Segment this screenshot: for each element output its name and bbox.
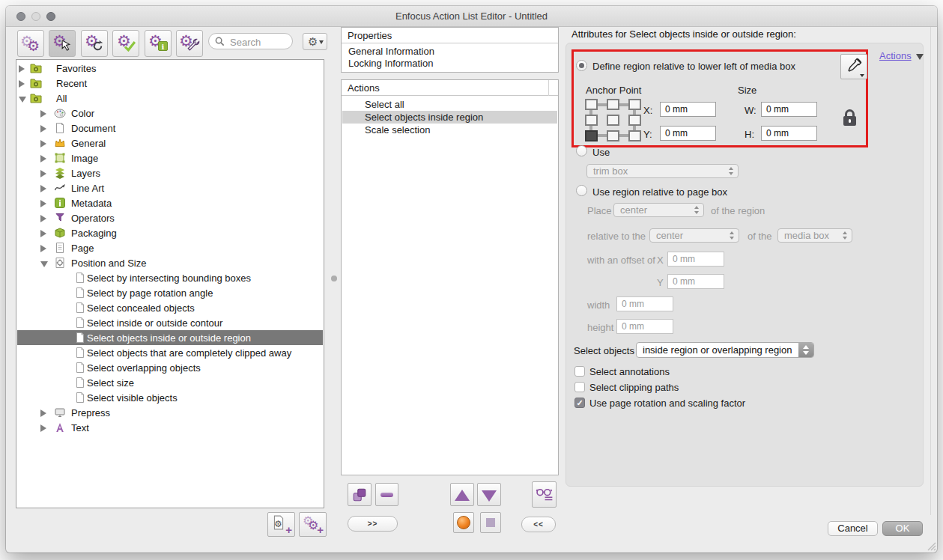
run-back-button[interactable]: << bbox=[521, 517, 556, 532]
disclosure-collapsed-icon[interactable] bbox=[40, 245, 46, 252]
disclosure-collapsed-icon[interactable] bbox=[40, 424, 46, 432]
anchor-point-grid[interactable] bbox=[584, 98, 641, 141]
toolbar-manage-actions-button[interactable]: ⚙ bbox=[176, 30, 203, 57]
radio-page-box[interactable] bbox=[576, 185, 587, 196]
checkbox-use-page-rotation[interactable] bbox=[574, 398, 585, 408]
h-field[interactable]: 0 mm bbox=[761, 126, 817, 141]
disclosure-collapsed-icon[interactable] bbox=[40, 215, 46, 222]
line-art-icon bbox=[54, 182, 66, 194]
checkbox-select-clipping-paths[interactable] bbox=[574, 382, 585, 392]
tree-item[interactable]: Position and Size bbox=[17, 255, 323, 270]
new-action-list-from-doc-button[interactable]: ⚙ + bbox=[267, 512, 295, 537]
tree-item[interactable]: Prepress bbox=[17, 405, 323, 420]
arrow-down-icon bbox=[482, 490, 497, 502]
plus-icon: + bbox=[285, 523, 292, 536]
of-box-dropdown[interactable]: media box bbox=[777, 228, 852, 243]
disclosure-collapsed-icon[interactable] bbox=[40, 170, 46, 177]
preview-action-button[interactable] bbox=[532, 481, 557, 508]
disclosure-collapsed-icon[interactable] bbox=[40, 185, 46, 192]
resize-grip[interactable] bbox=[924, 539, 936, 554]
duplicate-action-button[interactable] bbox=[348, 483, 372, 506]
new-action-group-button[interactable]: ⚙ ⚙ + bbox=[299, 512, 327, 537]
y-field[interactable]: 0 mm bbox=[660, 126, 716, 141]
tree-item[interactable]: Recent bbox=[17, 76, 323, 91]
select-objects-dropdown[interactable]: inside region or overlapping region bbox=[636, 342, 814, 358]
width-field[interactable]: 0 mm bbox=[616, 296, 673, 311]
tree-item[interactable]: Select objects inside or outside region bbox=[17, 330, 323, 345]
disclosure-collapsed-icon[interactable] bbox=[40, 200, 46, 207]
search-field[interactable] bbox=[208, 33, 293, 49]
eyedropper-button[interactable] bbox=[840, 54, 867, 79]
remove-action-button[interactable] bbox=[375, 483, 398, 506]
use-box-dropdown[interactable]: trim box bbox=[586, 164, 739, 178]
checkbox-select-annotations[interactable] bbox=[574, 366, 585, 377]
tree-item-label: Prepress bbox=[71, 407, 110, 419]
move-action-down-button[interactable] bbox=[477, 483, 501, 506]
tree-item[interactable]: Layers bbox=[17, 165, 323, 180]
move-action-up-button[interactable] bbox=[450, 483, 474, 506]
tree-item[interactable]: Operators bbox=[17, 210, 323, 225]
tree-item-label: Favorites bbox=[56, 63, 96, 74]
tree-item[interactable]: Select by page rotation angle bbox=[17, 285, 323, 300]
tree-item[interactable]: Select size bbox=[17, 375, 323, 390]
record-button[interactable] bbox=[453, 512, 474, 533]
place-dropdown[interactable]: center bbox=[613, 203, 704, 217]
radio-use-box[interactable] bbox=[576, 145, 587, 156]
tree-item[interactable]: Metadata bbox=[17, 195, 323, 210]
toolbar-refresh-actions-button[interactable]: ⚙ bbox=[81, 30, 108, 57]
tree-item[interactable]: Select overlapping objects bbox=[17, 360, 323, 375]
relative-dropdown[interactable]: center bbox=[649, 228, 739, 243]
x-field[interactable]: 0 mm bbox=[660, 102, 716, 117]
offset-y-field[interactable]: 0 mm bbox=[667, 274, 724, 289]
stop-button[interactable] bbox=[480, 512, 501, 533]
disclosure-collapsed-icon[interactable] bbox=[19, 80, 25, 88]
toolbar-action-info-button[interactable]: ⚙ i bbox=[145, 30, 172, 57]
search-input[interactable] bbox=[228, 34, 291, 49]
disclosure-collapsed-icon[interactable] bbox=[40, 410, 46, 417]
attributes-scrollbar-track[interactable] bbox=[930, 27, 931, 515]
toolbar-check-action-button[interactable]: ⚙ bbox=[112, 30, 139, 57]
tree-item[interactable]: Text bbox=[17, 420, 323, 435]
disclosure-collapsed-icon[interactable] bbox=[40, 125, 46, 133]
lock-aspect-icon[interactable] bbox=[843, 116, 856, 126]
disclosure-expanded-icon[interactable] bbox=[40, 261, 48, 267]
toolbar-new-action-list-button[interactable]: ⚙ ⚙ bbox=[17, 30, 44, 57]
disclosure-collapsed-icon[interactable] bbox=[40, 110, 46, 118]
w-field[interactable]: 0 mm bbox=[761, 102, 817, 117]
tree-item[interactable]: Page bbox=[17, 240, 323, 255]
cancel-button[interactable]: Cancel bbox=[828, 521, 878, 536]
radio-define-region[interactable] bbox=[576, 60, 587, 71]
tree-item[interactable]: Color bbox=[17, 106, 323, 121]
actions-link[interactable]: Actions bbox=[879, 50, 912, 61]
tree-item[interactable]: Select objects that are completely clipp… bbox=[17, 345, 323, 360]
disclosure-expanded-icon[interactable] bbox=[19, 97, 26, 103]
height-field[interactable]: 0 mm bbox=[616, 319, 673, 334]
chevron-down-icon bbox=[916, 54, 924, 60]
tree-item[interactable]: Line Art bbox=[17, 180, 323, 195]
actions-item[interactable]: Select objects inside region bbox=[342, 111, 557, 124]
disclosure-collapsed-icon[interactable] bbox=[40, 230, 46, 237]
ok-button[interactable]: OK bbox=[882, 521, 923, 536]
actions-item[interactable]: Select all bbox=[342, 98, 557, 111]
offset-x-field[interactable]: 0 mm bbox=[667, 252, 724, 267]
left-splitter-handle[interactable] bbox=[331, 276, 337, 281]
tree-item[interactable]: All bbox=[17, 91, 323, 106]
tree-item[interactable]: Select visible objects bbox=[17, 390, 323, 405]
tree-item[interactable]: Select by intersecting bounding boxes bbox=[17, 270, 323, 285]
toolbar-select-action-button[interactable]: ⚙ bbox=[49, 30, 76, 57]
tree-item[interactable]: General bbox=[17, 136, 323, 150]
disclosure-collapsed-icon[interactable] bbox=[40, 155, 46, 162]
properties-item[interactable]: Locking Information bbox=[342, 57, 557, 70]
tree-item[interactable]: Image bbox=[17, 150, 323, 165]
tree-item[interactable]: Select concealed objects bbox=[17, 300, 323, 315]
settings-menu-button[interactable]: ⚙ bbox=[303, 33, 327, 50]
properties-item[interactable]: General Information bbox=[342, 45, 557, 58]
disclosure-collapsed-icon[interactable] bbox=[19, 65, 25, 73]
disclosure-collapsed-icon[interactable] bbox=[40, 140, 46, 147]
actions-item[interactable]: Scale selection bbox=[342, 124, 557, 136]
tree-item[interactable]: Document bbox=[17, 121, 323, 136]
run-forward-button[interactable]: >> bbox=[348, 516, 398, 532]
tree-item[interactable]: Packaging bbox=[17, 225, 323, 240]
tree-item[interactable]: Favorites bbox=[17, 61, 323, 76]
tree-item[interactable]: Select inside or outside contour bbox=[17, 315, 323, 330]
